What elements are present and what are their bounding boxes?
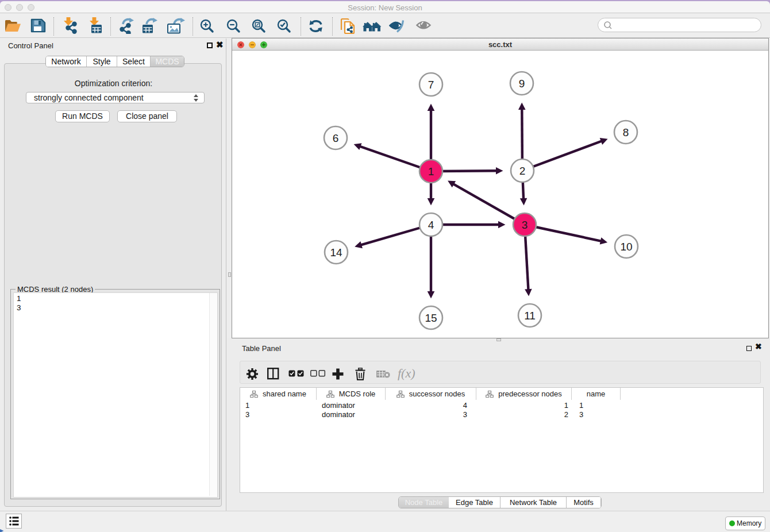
svg-text:8: 8 [623, 126, 629, 138]
svg-text:6: 6 [333, 132, 339, 144]
svg-text:1: 1 [428, 165, 434, 178]
svg-text:10: 10 [620, 241, 632, 253]
svg-text:11: 11 [524, 310, 536, 322]
svg-text:7: 7 [428, 79, 434, 91]
svg-text:9: 9 [519, 78, 525, 90]
svg-text:14: 14 [330, 246, 342, 259]
svg-text:3: 3 [522, 219, 528, 231]
svg-text:15: 15 [425, 312, 437, 324]
svg-text:4: 4 [428, 219, 434, 231]
svg-text:2: 2 [519, 165, 526, 177]
